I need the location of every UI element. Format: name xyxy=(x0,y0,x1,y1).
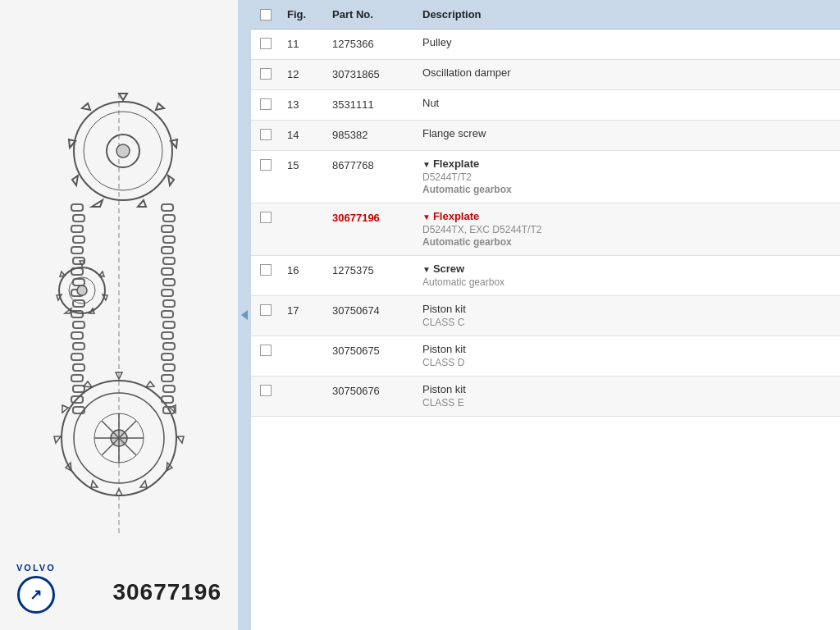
table-header-row: Fig. Part No. Description xyxy=(251,0,840,30)
volvo-logo: VOLVO ↗ xyxy=(16,563,56,614)
part-checkbox[interactable] xyxy=(260,68,272,80)
parts-diagram xyxy=(37,85,201,545)
table-row: 30750676Piston kitCLASS E xyxy=(251,377,840,417)
part-checkbox[interactable] xyxy=(260,385,272,396)
row-checkbox-cell xyxy=(251,30,281,60)
svg-rect-48 xyxy=(162,332,173,339)
svg-rect-5 xyxy=(71,204,83,211)
row-description: Piston kitCLASS C xyxy=(416,296,840,336)
svg-rect-18 xyxy=(73,343,84,349)
part-checkbox[interactable] xyxy=(260,159,272,171)
row-description: Piston kitCLASS E xyxy=(416,377,840,417)
part-checkbox[interactable] xyxy=(260,129,272,140)
svg-point-4 xyxy=(116,144,130,158)
svg-rect-17 xyxy=(71,332,83,339)
row-description: Piston kitCLASS D xyxy=(416,336,840,377)
column-header-checkbox xyxy=(251,0,281,30)
row-checkbox-cell xyxy=(251,121,281,151)
row-checkbox-cell xyxy=(251,60,281,90)
row-fig xyxy=(281,377,326,417)
row-fig: 16 xyxy=(281,256,326,296)
row-part-number: 30750675 xyxy=(326,336,416,377)
part-checkbox[interactable] xyxy=(260,304,272,316)
table-row: 30750675Piston kitCLASS D xyxy=(251,336,840,377)
svg-rect-20 xyxy=(73,364,84,371)
svg-rect-52 xyxy=(162,375,173,381)
svg-rect-9 xyxy=(71,247,83,253)
row-fig: 11 xyxy=(281,30,326,60)
row-description: Oscillation damper xyxy=(416,60,840,90)
svg-rect-42 xyxy=(162,268,173,275)
table-row: 158677768▼FlexplateD5244T/T2Automatic ge… xyxy=(251,151,840,203)
row-description: ▼FlexplateD5244T/T2Automatic gearbox xyxy=(416,151,840,203)
header-checkbox[interactable] xyxy=(260,9,272,21)
svg-rect-38 xyxy=(162,226,173,232)
row-fig: 17 xyxy=(281,296,326,336)
row-description: Pulley xyxy=(416,30,840,60)
part-checkbox[interactable] xyxy=(260,264,272,276)
table-row: 1730750674Piston kitCLASS C xyxy=(251,296,840,336)
table-row: 14985382Flange screw xyxy=(251,121,840,151)
row-description: ▼ScrewAutomatic gearbox xyxy=(416,256,840,296)
svg-rect-36 xyxy=(162,204,173,211)
svg-rect-44 xyxy=(162,290,173,296)
svg-rect-47 xyxy=(163,322,175,328)
part-checkbox[interactable] xyxy=(260,38,272,49)
part-checkbox[interactable] xyxy=(260,98,272,110)
row-part-number: 30750674 xyxy=(326,296,416,336)
scroll-left-arrow-icon xyxy=(241,310,248,320)
svg-rect-21 xyxy=(71,375,83,381)
part-checkbox[interactable] xyxy=(260,212,272,223)
table-body: 111275366Pulley1230731865Oscillation dam… xyxy=(251,30,840,417)
column-header-partno: Part No. xyxy=(326,0,416,30)
table-row: 133531111Nut xyxy=(251,90,840,121)
diagram-area xyxy=(29,77,209,553)
svg-rect-45 xyxy=(163,300,175,307)
diagram-panel: VOLVO ↗ 30677196 xyxy=(0,0,238,630)
svg-rect-51 xyxy=(163,364,175,371)
row-fig xyxy=(281,203,326,256)
row-part-number: 30750676 xyxy=(326,377,416,417)
column-header-fig: Fig. xyxy=(281,0,326,30)
svg-rect-43 xyxy=(163,279,175,285)
table-row: 1230731865Oscillation damper xyxy=(251,60,840,90)
row-description: Nut xyxy=(416,90,840,121)
row-checkbox-cell xyxy=(251,151,281,203)
row-part-number: 1275375 xyxy=(326,256,416,296)
table-row: 30677196▼FlexplateD5244TX, EXC D5244T/T2… xyxy=(251,203,840,256)
parts-table: Fig. Part No. Description 111275366Pulle… xyxy=(251,0,840,417)
row-part-number: 8677768 xyxy=(326,151,416,203)
svg-rect-40 xyxy=(162,247,173,253)
row-fig: 14 xyxy=(281,121,326,151)
svg-rect-37 xyxy=(163,215,175,221)
part-checkbox[interactable] xyxy=(260,345,272,356)
row-part-number: 1275366 xyxy=(326,30,416,60)
row-checkbox-cell xyxy=(251,256,281,296)
volvo-circle-logo: ↗ xyxy=(17,576,55,614)
column-header-description: Description xyxy=(416,0,840,30)
row-part-number: 3531111 xyxy=(326,90,416,121)
svg-point-27 xyxy=(77,285,87,295)
svg-rect-19 xyxy=(71,354,83,360)
row-checkbox-cell xyxy=(251,377,281,417)
svg-rect-7 xyxy=(71,226,83,232)
svg-rect-8 xyxy=(73,236,84,243)
part-number-display: 30677196 xyxy=(112,579,221,605)
parts-table-panel: Fig. Part No. Description 111275366Pulle… xyxy=(251,0,840,630)
row-checkbox-cell xyxy=(251,203,281,256)
svg-rect-46 xyxy=(162,311,173,317)
row-part-number: 30677196 xyxy=(326,203,416,256)
svg-rect-53 xyxy=(163,386,175,392)
row-part-number: 30731865 xyxy=(326,60,416,90)
row-checkbox-cell xyxy=(251,296,281,336)
table-row: 111275366Pulley xyxy=(251,30,840,60)
svg-rect-41 xyxy=(163,258,175,264)
row-checkbox-cell xyxy=(251,336,281,377)
volvo-arrow-icon: ↗ xyxy=(30,586,42,604)
row-description: Flange screw xyxy=(416,121,840,151)
svg-rect-39 xyxy=(163,236,175,243)
svg-rect-6 xyxy=(73,215,84,221)
svg-rect-16 xyxy=(73,322,84,328)
row-fig: 15 xyxy=(281,151,326,203)
scroll-divider[interactable] xyxy=(238,0,251,630)
